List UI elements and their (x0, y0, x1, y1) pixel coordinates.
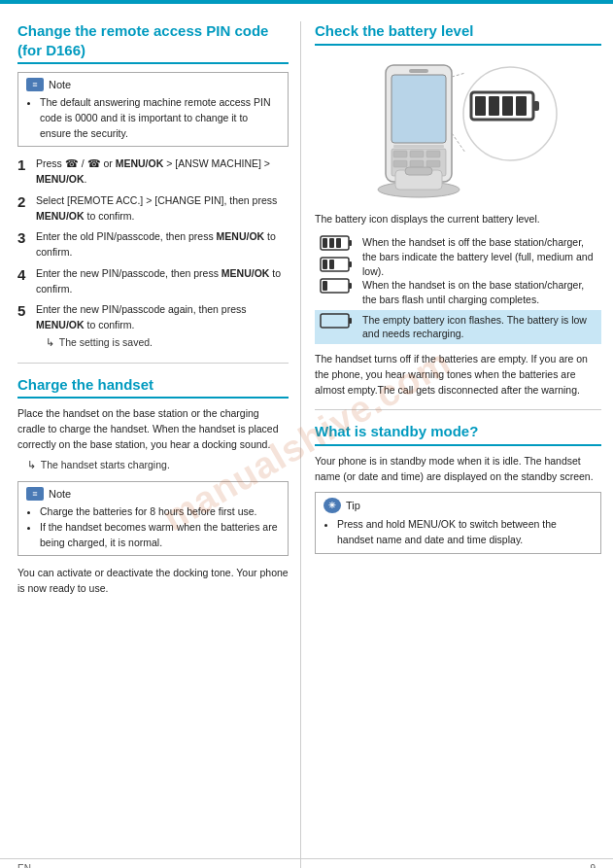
step-1: 1 Press ☎ / ☎ or MENU/OK > [ANSW MACHINE… (17, 156, 289, 188)
step-num-1: 1 (17, 156, 31, 188)
note-item-charge-0: Charge the batteries for 8 hours before … (40, 504, 280, 520)
svg-rect-19 (502, 96, 513, 116)
section-battery: Check the battery level (315, 21, 601, 398)
note-header-pin: ≡ Note (26, 78, 280, 91)
svg-rect-17 (475, 96, 486, 116)
svg-line-21 (452, 73, 465, 77)
svg-rect-5 (426, 151, 440, 157)
tip-box: ✳ Tip Press and hold MENU/OK to switch b… (315, 492, 601, 554)
footer-page: 9 (590, 863, 596, 868)
standby-body: Your phone is in standby mode when it is… (315, 454, 601, 485)
footer-bar: EN 9 (0, 858, 613, 868)
battery-row-1: When the handset is off the base station… (315, 232, 601, 309)
svg-rect-8 (426, 160, 440, 167)
charge-body2: You can activate or deactivate the docki… (17, 566, 289, 597)
svg-rect-25 (323, 238, 327, 248)
step-num-3: 3 (17, 229, 31, 260)
step-5: 5 Enter the new PIN/passcode again, then… (17, 302, 289, 350)
section-charge: Charge the handset Place the handset on … (17, 375, 289, 597)
divider-right-1 (315, 409, 601, 410)
step-content-2: Select [REMOTE ACC.] > [CHANGE PIN], the… (36, 193, 289, 225)
section-change-pin-title: Change the remote access PIN code (for D… (17, 21, 289, 64)
svg-rect-9 (409, 69, 428, 73)
battery-body2: The handset turns off if the batteries a… (315, 352, 601, 398)
svg-line-22 (452, 133, 465, 153)
svg-rect-16 (533, 101, 539, 111)
section-change-pin: Change the remote access PIN code (for D… (17, 21, 289, 351)
svg-rect-18 (489, 96, 499, 116)
step-content-4: Enter the new PIN/passcode, then press M… (36, 266, 289, 297)
battery-icon-empty (315, 310, 358, 344)
note-box-charge: ≡ Note Charge the batteries for 8 hours … (17, 481, 289, 556)
step-content-5: Enter the new PIN/passcode again, then p… (36, 302, 289, 350)
battery-medium-svg (320, 257, 353, 272)
steps-list-pin: 1 Press ☎ / ☎ or MENU/OK > [ANSW MACHINE… (17, 156, 289, 350)
step-num-5: 5 (17, 302, 31, 350)
battery-text-empty: The empty battery icon flashes. The batt… (358, 310, 601, 344)
phone-battery-svg (357, 55, 561, 201)
svg-rect-36 (349, 318, 352, 324)
note-list-charge: Charge the batteries for 8 hours before … (26, 504, 280, 550)
svg-rect-20 (516, 96, 527, 116)
left-column: Change the remote access PIN code (for D… (0, 21, 301, 868)
battery-image-area (315, 53, 601, 204)
section-battery-title: Check the battery level (315, 21, 601, 46)
battery-full-svg (320, 235, 353, 251)
svg-rect-3 (393, 151, 407, 157)
note-box-pin: ≡ Note The default answering machine rem… (17, 72, 289, 147)
arrow-icon-5: ↳ (46, 335, 54, 351)
svg-rect-34 (323, 281, 327, 291)
battery-table: When the handset is off the base station… (315, 232, 601, 344)
note-header-charge: ≡ Note (26, 487, 280, 501)
charge-body1: Place the handset on the base station or… (17, 406, 289, 452)
note-icon-charge: ≡ (26, 487, 44, 501)
svg-rect-6 (393, 160, 407, 167)
step-5-result: ↳ The setting is saved. (36, 335, 289, 351)
svg-rect-24 (349, 240, 352, 246)
step-2: 2 Select [REMOTE ACC.] > [CHANGE PIN], t… (17, 193, 289, 225)
tip-label: Tip (346, 500, 360, 511)
tip-header: ✳ Tip (324, 498, 593, 513)
battery-icon-full (315, 232, 358, 309)
svg-rect-35 (321, 314, 349, 328)
svg-rect-10 (393, 145, 444, 148)
section-standby: What is standby mode? Your phone is in s… (315, 422, 601, 554)
tip-list: Press and hold MENU/OK to switch between… (324, 517, 593, 548)
top-border (0, 0, 613, 4)
battery-body1: The battery icon displays the current ba… (315, 212, 601, 227)
svg-rect-13 (405, 167, 432, 175)
svg-rect-33 (349, 283, 352, 289)
battery-text-full: When the handset is off the base station… (358, 232, 601, 309)
svg-rect-27 (336, 238, 341, 248)
step-content-1: Press ☎ / ☎ or MENU/OK > [ANSW MACHINE] … (36, 156, 289, 188)
note-item-pin-0: The default answering machine remote acc… (40, 95, 280, 141)
note-label-pin: Note (49, 79, 71, 90)
note-item-charge-1: If the handset becomes warm when the bat… (40, 520, 280, 551)
right-column: Check the battery level (301, 21, 613, 868)
divider-1 (17, 363, 289, 364)
battery-low-svg (320, 278, 353, 294)
step-3: 3 Enter the old PIN/passcode, then press… (17, 229, 289, 260)
step-num-2: 2 (17, 193, 31, 225)
tip-item-0: Press and hold MENU/OK to switch between… (337, 517, 593, 548)
svg-rect-1 (392, 75, 446, 143)
section-standby-title: What is standby mode? (315, 422, 601, 446)
battery-empty-svg (320, 313, 353, 329)
svg-rect-26 (329, 238, 334, 248)
step-content-3: Enter the old PIN/passcode, then press M… (36, 229, 289, 260)
battery-row-2: The empty battery icon flashes. The batt… (315, 310, 601, 344)
note-list-pin: The default answering machine remote acc… (26, 95, 280, 141)
svg-rect-29 (349, 261, 352, 267)
svg-rect-30 (323, 260, 327, 269)
note-label-charge: Note (49, 488, 71, 500)
footer-lang: EN (17, 863, 31, 868)
section-charge-title: Charge the handset (17, 375, 289, 399)
arrow-icon-charge: ↳ (27, 458, 36, 473)
note-icon-pin: ≡ (26, 78, 44, 91)
svg-rect-31 (329, 260, 334, 269)
svg-rect-4 (410, 151, 424, 157)
svg-rect-7 (410, 160, 424, 167)
step-num-4: 4 (17, 266, 31, 297)
charge-result: ↳ The handset starts charging. (17, 458, 289, 473)
tip-icon: ✳ (324, 498, 341, 513)
